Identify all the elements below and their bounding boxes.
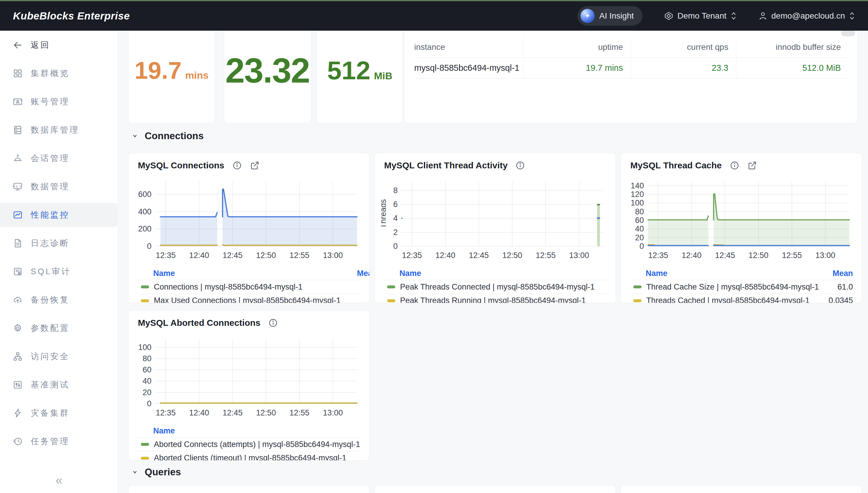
table-header-row: instanceuptimecurrent qpsinnodb buffer s… <box>413 37 849 58</box>
buffer-value: 512 <box>327 56 370 86</box>
section-connections[interactable]: Connections <box>132 130 204 142</box>
info-icon[interactable] <box>729 160 740 170</box>
chart-card-thread-cache: MySQL Thread Cache02040608010012014012:3… <box>621 153 862 303</box>
sidebar-item-7[interactable]: SQL审计 <box>0 259 118 284</box>
section-queries[interactable]: Queries <box>132 467 181 478</box>
tenant-updown-icon <box>731 11 736 21</box>
sidebar-item-label: 日志诊断 <box>31 238 70 249</box>
legend-row[interactable]: Aborted Connects (attempts) | mysql-8585… <box>135 437 363 451</box>
svg-text:Threads: Threads <box>381 199 388 228</box>
table-cell: mysql-8585bc6494-mysql-1 <box>413 58 524 78</box>
qps-value: 23.32 <box>225 50 309 90</box>
chart-plot: 02040608010012:3512:4012:4512:5012:5513:… <box>135 331 363 424</box>
svg-text:SQL: SQL <box>13 185 23 188</box>
svg-text:2: 2 <box>393 228 398 237</box>
tenant-selector[interactable]: Demo Tenant <box>664 11 736 21</box>
series-color-swatch <box>141 299 149 302</box>
user-email-label: demo@apecloud.cn <box>771 11 845 21</box>
external-link-icon[interactable] <box>747 160 757 170</box>
sidebar-back-button[interactable]: 返回 <box>0 33 118 57</box>
series-label: Peak Threads Connected | mysql-8585bc649… <box>400 282 594 292</box>
section-queries-label: Queries <box>145 467 181 478</box>
series-mean-value: 61.0 <box>837 282 853 292</box>
legend-row[interactable]: Max Used Connections | mysql-8585bc6494-… <box>135 294 363 303</box>
series-label: Peak Threads Running | mysql-8585bc6494-… <box>400 296 586 303</box>
sidebar-item-label: 账号管理 <box>31 96 70 107</box>
legend-name-header[interactable]: Name <box>400 269 421 278</box>
legend-row[interactable]: Thread Cache Size | mysql-8585bc6494-mys… <box>627 280 855 294</box>
instance-table: instanceuptimecurrent qpsinnodb buffer s… <box>413 37 849 79</box>
legend-mean-header[interactable]: Mean <box>832 269 853 278</box>
sidebar-item-12[interactable]: 灾备集群 <box>0 401 118 425</box>
info-icon[interactable] <box>515 160 525 170</box>
sidebar: 返回 集群概览账号管理数据库管理会话管理SQL数据管理性能监控日志诊断SQL审计… <box>0 31 118 493</box>
benchmark-icon <box>13 380 23 390</box>
sidebar-item-3[interactable]: 会话管理 <box>0 146 118 170</box>
sidebar-item-8[interactable]: 备份恢复 <box>0 288 118 312</box>
chart-card-aborted-connections: MySQL Aborted Connections02040608010012:… <box>128 310 370 460</box>
sidebar-item-4[interactable]: SQL数据管理 <box>0 175 118 199</box>
svg-text:12:35: 12:35 <box>648 251 668 260</box>
sidebar-item-10[interactable]: 访问安全 <box>0 344 118 369</box>
perf-chart-icon <box>13 210 23 220</box>
log-doc-icon <box>13 238 23 249</box>
sidebar-item-13[interactable]: 任务管理 <box>0 429 118 453</box>
ai-insight-button[interactable]: ✦ AI Insight <box>578 6 643 26</box>
uptime-unit: mins <box>185 70 208 81</box>
legend-name-header[interactable]: Name <box>646 269 668 278</box>
series-color-swatch <box>141 285 149 288</box>
user-menu[interactable]: demo@apecloud.cn <box>759 11 855 21</box>
table-scrollbar-thumb[interactable] <box>841 31 855 36</box>
chart-card-thread-activity: MySQL Client Thread Activity0246812:3512… <box>375 153 616 303</box>
legend-row[interactable]: Peak Threads Connected | mysql-8585bc649… <box>381 280 609 294</box>
svg-text:0: 0 <box>147 242 152 251</box>
sidebar-item-11[interactable]: 基准测试 <box>0 373 118 397</box>
legend-row[interactable]: Threads Cached | mysql-8585bc6494-mysql-… <box>627 294 855 303</box>
svg-text:6: 6 <box>393 200 398 209</box>
tenant-label: Demo Tenant <box>677 11 726 21</box>
sidebar-item-label: 基准测试 <box>31 379 70 390</box>
sidebar-item-9[interactable]: 参数配置 <box>0 316 118 340</box>
info-icon[interactable] <box>268 318 278 328</box>
chart-plot: 0246812:3512:4012:4512:5012:5513:00Threa… <box>381 174 610 267</box>
sidebar-item-label: 灾备集群 <box>31 407 70 419</box>
external-link-icon[interactable] <box>250 160 260 170</box>
info-icon[interactable] <box>232 160 242 170</box>
chart-title: MySQL Connections <box>138 160 224 170</box>
sidebar-item-label: 数据管理 <box>31 181 70 192</box>
sidebar-item-2[interactable]: 数据库管理 <box>0 118 118 142</box>
gear-icon <box>13 323 23 334</box>
legend-name-header[interactable]: Name <box>153 269 175 278</box>
sidebar-nav: 集群概览账号管理数据库管理会话管理SQL数据管理性能监控日志诊断SQL审计备份恢… <box>0 61 118 453</box>
svg-text:12:35: 12:35 <box>402 251 422 260</box>
svg-text:12:55: 12:55 <box>289 408 309 417</box>
sidebar-item-6[interactable]: 日志诊断 <box>0 231 118 255</box>
legend-row[interactable]: Peak Threads Running | mysql-8585bc6494-… <box>381 294 609 303</box>
chart-card-mysql-connections: MySQL Connections020040060012:3512:4012:… <box>128 153 370 303</box>
series-color-swatch <box>141 443 149 446</box>
sidebar-item-0[interactable]: 集群概览 <box>0 61 118 86</box>
sql-monitor-icon: SQL <box>13 181 23 192</box>
sidebar-item-1[interactable]: 账号管理 <box>0 90 118 114</box>
database-icon <box>13 125 23 135</box>
series-label: Max Used Connections | mysql-8585bc6494-… <box>154 296 341 303</box>
queries-card-3 <box>621 485 862 493</box>
svg-text:12:50: 12:50 <box>256 251 276 260</box>
sidebar-collapse-button[interactable]: « <box>0 474 118 487</box>
svg-text:12:40: 12:40 <box>436 251 456 260</box>
legend-row[interactable]: Connections | mysql-8585bc6494-mysql-1 <box>135 280 363 294</box>
sidebar-back-label: 返回 <box>31 40 50 51</box>
svg-text:12:50: 12:50 <box>748 251 768 260</box>
svg-text:100: 100 <box>138 343 152 352</box>
legend-name-header[interactable]: Name <box>153 426 175 435</box>
sidebar-item-label: 参数配置 <box>31 323 70 334</box>
svg-text:12:40: 12:40 <box>682 251 702 260</box>
table-row[interactable]: mysql-8585bc6494-mysql-119.7 mins23.3512… <box>413 58 849 78</box>
sql-audit-icon <box>13 266 23 277</box>
legend-row[interactable]: Aborted Clients (timeout) | mysql-8585bc… <box>135 451 363 460</box>
sidebar-item-5[interactable]: 性能监控 <box>0 203 118 227</box>
svg-text:400: 400 <box>138 207 152 216</box>
grid-icon <box>13 68 23 79</box>
svg-text:12:35: 12:35 <box>156 408 176 417</box>
svg-text:8: 8 <box>393 186 398 195</box>
